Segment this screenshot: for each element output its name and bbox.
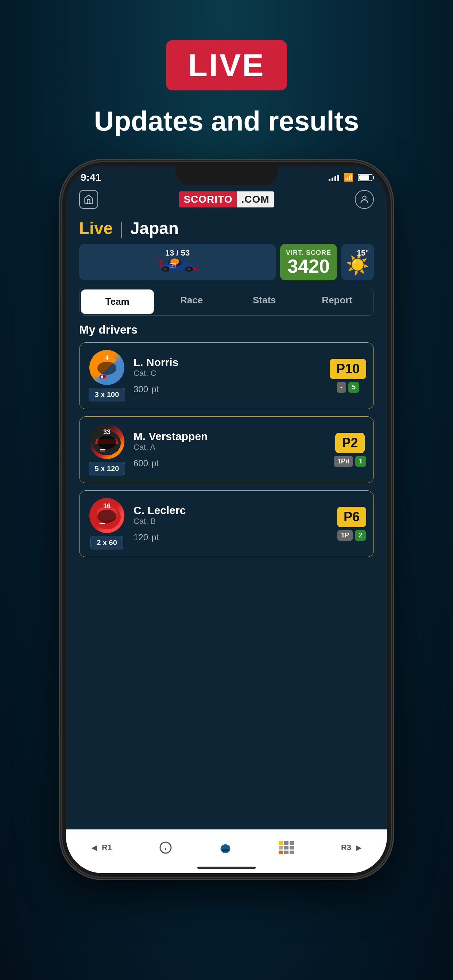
driver-helmet-area-leclerc: 16 2 x 60 — [87, 498, 127, 549]
nav-next-race[interactable]: R3 ► — [341, 842, 364, 853]
driver-cat-verstappen: Cat. A — [134, 442, 327, 452]
svg-point-0 — [362, 196, 366, 199]
svg-rect-26 — [100, 449, 105, 450]
live-badge: LIVE — [166, 40, 287, 91]
pos-sub2-verstappen: 1 — [355, 456, 366, 467]
driver-card-norris[interactable]: 4 3 x 100 L. Norris Cat. C 300 pt P10 — [79, 342, 374, 409]
scoreboard-icon — [279, 841, 294, 854]
next-race-label: R3 — [341, 843, 351, 853]
driver-info-leclerc: C. Leclerc Cat. B 120 pt — [134, 504, 330, 543]
svg-point-23 — [97, 436, 116, 449]
tab-team[interactable]: Team — [81, 290, 154, 314]
nav-prev-race[interactable]: ◄ R1 — [89, 842, 112, 853]
helmet-svg-leclerc: 16 — [89, 498, 124, 533]
svg-rect-7 — [158, 260, 162, 261]
driver-points-norris: 300 pt — [134, 382, 323, 395]
svg-text:4: 4 — [105, 355, 109, 362]
position-badge-verstappen: P2 — [335, 433, 364, 453]
nav-info[interactable] — [159, 841, 172, 854]
driver-helmet-area-verstappen: 33 5 x 120 — [87, 424, 127, 476]
driver-multiplier-verstappen: 5 x 120 — [89, 462, 126, 476]
driver-info-norris: L. Norris Cat. C 300 pt — [134, 356, 323, 395]
position-sub-leclerc: 1P 2 — [337, 530, 366, 541]
live-badge-text: LIVE — [188, 47, 265, 83]
svg-point-17 — [97, 362, 116, 375]
svg-point-9 — [187, 267, 191, 271]
driver-card-verstappen[interactable]: 33 5 x 120 M. Verstappen Cat. A 600 pt P… — [79, 416, 374, 483]
driver-card-leclerc[interactable]: 16 2 x 60 C. Leclerc Cat. B 120 pt P6 — [79, 490, 374, 557]
prev-race-label: R1 — [102, 843, 112, 853]
position-sub-norris: - 5 — [337, 382, 359, 393]
pos-sub1-norris: - — [337, 382, 346, 393]
phone-screen: 9:41 📶 — [66, 166, 387, 873]
status-icons: 📶 — [329, 173, 372, 182]
virt-score-value: 3420 — [287, 257, 330, 275]
position-sub-verstappen: 1Pit 1 — [334, 456, 366, 467]
svg-text:16: 16 — [103, 503, 110, 510]
helmet-svg-norris: 4 — [89, 350, 124, 385]
position-badge-norris: P10 — [330, 359, 366, 379]
battery-icon — [358, 174, 372, 181]
race-header: Live | Japan — [66, 215, 387, 244]
driver-name-norris: L. Norris — [134, 356, 323, 369]
app-header: SCORITO .COM — [66, 186, 387, 215]
home-button[interactable] — [79, 190, 98, 209]
profile-button[interactable] — [355, 190, 374, 209]
phone-frame: 9:41 📶 — [62, 162, 391, 877]
svg-point-29 — [97, 510, 116, 523]
info-icon — [159, 841, 172, 854]
home-indicator — [197, 867, 256, 869]
driver-position-norris: P10 - 5 — [330, 359, 366, 393]
temperature: 15° — [357, 248, 369, 258]
tab-bar: Team Race Stats Report — [79, 288, 374, 316]
driver-cat-norris: Cat. C — [134, 369, 323, 378]
wifi-icon: 📶 — [344, 173, 353, 182]
signal-icon — [329, 174, 339, 181]
driver-position-leclerc: P6 1P 2 — [337, 507, 366, 541]
notch — [175, 166, 278, 185]
svg-rect-32 — [100, 523, 105, 524]
svg-point-4 — [171, 258, 179, 265]
position-badge-leclerc: P6 — [337, 507, 366, 527]
separator: | — [119, 218, 124, 238]
tab-race[interactable]: Race — [155, 288, 228, 315]
pos-sub1-leclerc: 1P — [337, 530, 353, 541]
next-arrow-icon: ► — [354, 842, 364, 853]
svg-text:33: 33 — [103, 428, 110, 436]
svg-marker-2 — [195, 265, 199, 267]
lap-card: 13 / 53 — [79, 244, 276, 280]
live-label: Live — [79, 218, 113, 238]
nav-helmet[interactable] — [219, 841, 232, 854]
driver-cat-leclerc: Cat. B — [134, 517, 330, 526]
svg-rect-20 — [101, 375, 103, 378]
helmet-verstappen: 33 — [89, 424, 124, 459]
svg-rect-38 — [222, 849, 229, 852]
info-row: 13 / 53 — [66, 244, 387, 288]
driver-name-verstappen: M. Verstappen — [134, 430, 327, 442]
score-card: VIRT. SCORE 3420 — [280, 244, 337, 280]
driver-position-verstappen: P2 1Pit 1 — [334, 433, 366, 467]
app-logo: SCORITO .COM — [179, 191, 274, 207]
helmet-svg-verstappen: 33 — [89, 424, 124, 459]
lap-counter: 13 / 53 — [165, 248, 190, 258]
section-my-drivers: My drivers — [66, 323, 387, 342]
logo-scorito: SCORITO — [179, 191, 237, 207]
helmet-leclerc: 16 — [89, 498, 124, 533]
driver-name-leclerc: C. Leclerc — [134, 504, 330, 517]
pos-sub1-verstappen: 1Pit — [334, 456, 353, 467]
tab-stats[interactable]: Stats — [228, 288, 301, 315]
driver-helmet-area-norris: 4 3 x 100 — [87, 350, 127, 401]
helmet-norris: 4 — [89, 350, 124, 385]
race-name: Japan — [130, 218, 179, 238]
driver-info-verstappen: M. Verstappen Cat. A 600 pt — [134, 430, 327, 469]
logo-com: .COM — [237, 191, 274, 207]
svg-point-11 — [163, 267, 168, 271]
nav-scoreboard[interactable] — [279, 841, 294, 854]
prev-arrow-icon: ◄ — [89, 842, 99, 853]
tab-report[interactable]: Report — [301, 288, 374, 315]
status-time: 9:41 — [81, 172, 101, 183]
subtitle: Updates and results — [94, 105, 359, 137]
driver-points-leclerc: 120 pt — [134, 530, 330, 543]
race-title-row: Live | Japan — [79, 218, 374, 238]
driver-multiplier-norris: 3 x 100 — [89, 388, 126, 401]
